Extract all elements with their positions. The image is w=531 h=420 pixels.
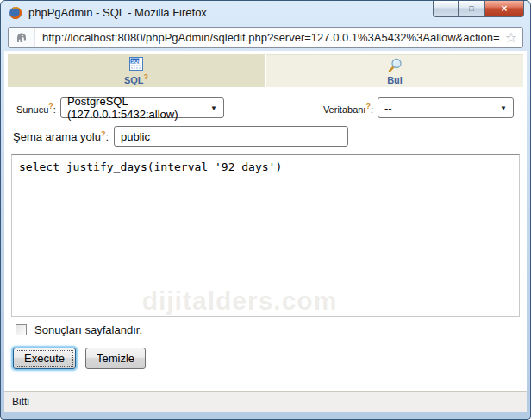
paginate-row: Sonuçları sayfalandır. xyxy=(16,323,527,336)
close-button[interactable]: × xyxy=(484,1,524,17)
page-content: SQL SQL? Bul Sunucu?: PostgreSQL (12 xyxy=(4,51,527,412)
database-select-value: -- xyxy=(384,102,392,115)
postgresql-elephant-favicon xyxy=(15,31,28,45)
sql-editor-container: select justify_days(interval '92 days') … xyxy=(11,154,520,317)
status-text: Bitti xyxy=(12,396,29,408)
url-bar[interactable]: http://localhost:8080/phpPgAdmin/sqledit… xyxy=(8,27,523,48)
browser-window: phpPgAdmin - SQL - Mozilla Firefox – □ ×… xyxy=(0,0,531,420)
execute-button[interactable]: Execute xyxy=(13,348,76,369)
tab-find[interactable]: Bul xyxy=(266,54,523,87)
sql-help-marker[interactable]: ? xyxy=(144,72,149,81)
magnifier-icon xyxy=(386,57,403,74)
clear-button[interactable]: Temizle xyxy=(85,348,146,369)
server-select[interactable]: PostgreSQL (127.0.0.1:5432:allow) ▼ xyxy=(60,97,224,118)
site-identity-box[interactable] xyxy=(9,28,35,47)
server-label: Sunucu?: xyxy=(16,102,56,115)
server-database-row: Sunucu?: PostgreSQL (127.0.0.1:5432:allo… xyxy=(16,97,514,118)
schema-search-row: Şema arama yolu?: xyxy=(13,126,515,147)
server-field-group: Sunucu?: PostgreSQL (127.0.0.1:5432:allo… xyxy=(16,97,224,118)
status-bar: Bitti xyxy=(4,391,527,412)
chevron-down-icon: ▼ xyxy=(493,104,507,112)
database-field-group: Veritabanı?: -- ▼ xyxy=(323,97,514,118)
address-input[interactable]: http://localhost:8080/phpPgAdmin/sqledit… xyxy=(35,31,500,44)
tab-sql[interactable]: SQL SQL? xyxy=(8,54,265,87)
sql-document-icon: SQL xyxy=(128,56,144,72)
content-spacer xyxy=(4,369,527,391)
schema-search-input[interactable] xyxy=(114,126,348,147)
maximize-button[interactable]: □ xyxy=(459,1,484,17)
server-select-value: PostgreSQL (127.0.0.1:5432:allow) xyxy=(67,95,203,121)
chevron-down-icon: ▼ xyxy=(203,104,217,112)
bookmark-star-icon[interactable]: ☆ xyxy=(500,29,522,46)
window-controls: – □ × xyxy=(433,1,524,17)
database-select[interactable]: -- ▼ xyxy=(378,97,514,118)
minimize-button[interactable]: – xyxy=(433,1,459,17)
svg-text:SQL: SQL xyxy=(131,59,141,64)
window-title: phpPgAdmin - SQL - Mozilla Firefox xyxy=(28,6,207,19)
action-buttons-row: Execute Temizle xyxy=(13,348,527,369)
schema-search-label: Şema arama yolu?: xyxy=(13,129,109,143)
sql-query-textarea[interactable]: select justify_days(interval '92 days') xyxy=(12,155,519,316)
paginate-checkbox[interactable] xyxy=(16,324,27,335)
firefox-icon xyxy=(9,6,22,20)
database-label: Veritabanı?: xyxy=(323,102,373,115)
trail-tab-bar: SQL SQL? Bul xyxy=(8,54,523,87)
tab-sql-label: SQL? xyxy=(124,72,148,85)
paginate-label: Sonuçları sayfalandır. xyxy=(34,323,142,336)
tab-find-label: Bul xyxy=(387,75,403,85)
